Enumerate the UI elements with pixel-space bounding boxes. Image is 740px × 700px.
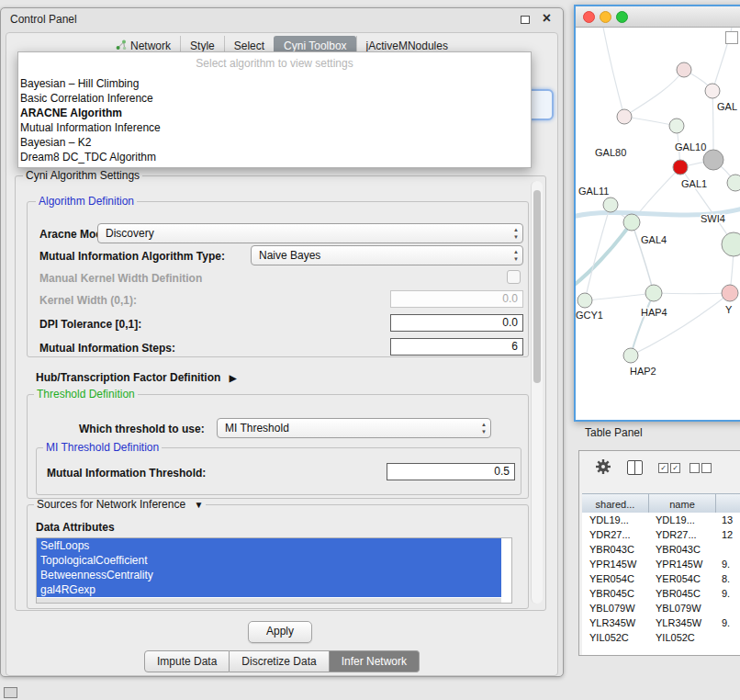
stepper-icon[interactable]: ▲▼ <box>513 248 519 263</box>
panel-toggle-icon[interactable] <box>4 687 17 698</box>
aracne-mode-combo[interactable]: Discovery ▲▼ <box>97 223 523 243</box>
network-graph[interactable]: GALGAL80GAL10GAL11GAL1SWI4GAL4GCY1HAP4YH… <box>576 28 740 419</box>
table-row[interactable]: YBR045CYBR045C9. <box>582 586 740 601</box>
which-threshold-combo[interactable]: MI Threshold ▲▼ <box>217 418 491 438</box>
close-icon[interactable]: × <box>543 10 551 27</box>
node-label: SWI4 <box>701 213 725 224</box>
network-node[interactable] <box>577 293 592 308</box>
network-node[interactable] <box>703 150 723 170</box>
node-label: GAL4 <box>641 234 667 245</box>
column-header[interactable]: shared... <box>582 494 649 514</box>
tab-label: Select <box>234 40 264 52</box>
sources-toggle[interactable]: Sources for Network Inference ▼ <box>34 499 206 511</box>
network-edge[interactable] <box>632 222 654 293</box>
settings-scrollbar[interactable] <box>531 181 543 604</box>
network-view-window[interactable]: GALGAL80GAL10GAL11GAL1SWI4GAL4GCY1HAP4YH… <box>574 5 740 422</box>
birdseye-toggle[interactable] <box>725 31 738 44</box>
algorithm-option[interactable]: Dream8 DC_TDC Algorithm <box>18 150 531 164</box>
column-header[interactable] <box>716 494 740 514</box>
kernel-width-field[interactable]: 0.0 <box>390 290 523 308</box>
node-label: GAL <box>717 101 737 112</box>
table-row[interactable]: YPR145WYPR145W9. <box>582 557 740 571</box>
attribute-list-item[interactable]: BetweennessCentrality <box>37 568 501 582</box>
tab-label: Network <box>130 40 171 52</box>
network-node[interactable] <box>673 160 688 175</box>
network-edge[interactable] <box>603 28 624 117</box>
data-attributes-list[interactable]: SelfLoopsTopologicalCoefficientBetweenne… <box>36 537 512 604</box>
network-node[interactable] <box>645 285 662 301</box>
manual-kernel-checkbox[interactable] <box>507 270 521 284</box>
attribute-list-item[interactable]: SelfLoops <box>37 538 501 553</box>
table-cell: YBR045C <box>582 586 648 601</box>
bottom-tab-impute-data[interactable]: Impute Data <box>144 650 230 672</box>
table-cell: YLR345W <box>582 615 648 630</box>
dpi-tolerance-field[interactable]: 0.0 <box>390 314 523 332</box>
network-node[interactable] <box>705 84 720 98</box>
table-cell: YBR043C <box>582 542 648 557</box>
attribute-list-item[interactable]: gal4RGexp <box>37 582 501 597</box>
network-edge[interactable] <box>631 293 730 356</box>
node-label: HAP2 <box>630 366 656 377</box>
bottom-tab-discretize-data[interactable]: Discretize Data <box>230 650 329 672</box>
algorithm-option[interactable]: Bayesian – K2 <box>18 135 531 150</box>
network-window-titlebar[interactable] <box>576 6 740 28</box>
stepper-icon[interactable]: ▲▼ <box>481 421 487 435</box>
network-node[interactable] <box>603 198 618 212</box>
deselect-all-icon[interactable] <box>690 463 712 473</box>
network-node[interactable] <box>617 109 632 124</box>
mi-threshold-group-title: MI Threshold Definition <box>43 442 162 454</box>
close-traffic-light[interactable] <box>583 11 595 23</box>
table-row[interactable]: YBR043CYBR043C <box>582 542 740 557</box>
dpi-tolerance-label: DPI Tolerance [0,1]: <box>39 318 141 331</box>
network-node[interactable] <box>677 62 691 77</box>
hub-definition-toggle[interactable]: Hub/Transcription Factor Definition ▶ <box>36 371 236 384</box>
network-node[interactable] <box>623 348 638 363</box>
expand-down-icon: ▼ <box>194 500 203 510</box>
bottom-tab-infer-network[interactable]: Infer Network <box>330 650 420 672</box>
apply-button[interactable]: Apply <box>248 621 312 643</box>
stepper-icon[interactable]: ▲▼ <box>513 226 519 241</box>
table-row[interactable]: YER054CYER054C8. <box>582 571 740 586</box>
table-header-row[interactable]: shared...name <box>582 493 740 514</box>
mi-type-combo[interactable]: Naive Bayes ▲▼ <box>251 245 523 265</box>
which-threshold-label: Which threshold to use: <box>79 423 205 435</box>
network-edge[interactable] <box>624 70 684 117</box>
table-cell: 9. <box>714 586 740 601</box>
zoom-traffic-light[interactable] <box>616 11 628 23</box>
network-canvas[interactable]: GALGAL80GAL10GAL11GAL1SWI4GAL4GCY1HAP4YH… <box>576 28 740 420</box>
table-row[interactable]: YDR27...YDR27...12 <box>582 527 740 542</box>
network-node[interactable] <box>623 214 640 231</box>
float-panel-icon[interactable] <box>521 16 530 24</box>
network-node[interactable] <box>722 232 740 256</box>
attribute-list-item[interactable]: TopologicalCoefficient <box>37 553 501 568</box>
algorithm-option[interactable]: Mutual Information Inference <box>18 120 531 135</box>
network-edge[interactable] <box>576 222 632 287</box>
network-node[interactable] <box>727 175 740 191</box>
table-row[interactable]: YDL19...YDL19...13 <box>582 513 740 527</box>
minimize-traffic-light[interactable] <box>600 11 611 23</box>
column-header[interactable]: name <box>649 494 716 514</box>
gear-icon[interactable] <box>594 457 612 476</box>
mi-steps-field[interactable]: 6 <box>390 338 523 356</box>
network-edge[interactable] <box>585 293 654 300</box>
table-cell: YER054C <box>582 571 648 586</box>
algorithm-option[interactable]: ARACNE Algorithm <box>18 106 531 120</box>
select-all-icon[interactable]: ✓ ✓ <box>658 463 680 473</box>
unchecked-box-icon <box>701 463 712 473</box>
table-cell: YPR145W <box>582 557 648 571</box>
table-cell <box>714 630 740 645</box>
expand-right-icon: ▶ <box>230 373 237 383</box>
mi-threshold-field[interactable]: 0.5 <box>387 463 515 480</box>
network-edge[interactable] <box>624 117 677 126</box>
table-row[interactable]: YBL079WYBL079W <box>582 601 740 615</box>
table-row[interactable]: YLR345WYLR345W9. <box>582 615 740 630</box>
algorithm-option[interactable]: Bayesian – Hill Climbing <box>18 76 531 91</box>
network-node[interactable] <box>722 285 738 301</box>
algorithm-option[interactable]: Basic Correlation Inference <box>18 91 531 106</box>
network-node[interactable] <box>669 119 684 133</box>
list-scrollbar[interactable] <box>37 598 501 603</box>
columns-icon[interactable] <box>627 460 643 475</box>
scrollbar-thumb[interactable] <box>533 190 541 383</box>
table-row[interactable]: YIL052CYIL052C <box>582 630 740 645</box>
network-edge[interactable] <box>654 293 730 294</box>
